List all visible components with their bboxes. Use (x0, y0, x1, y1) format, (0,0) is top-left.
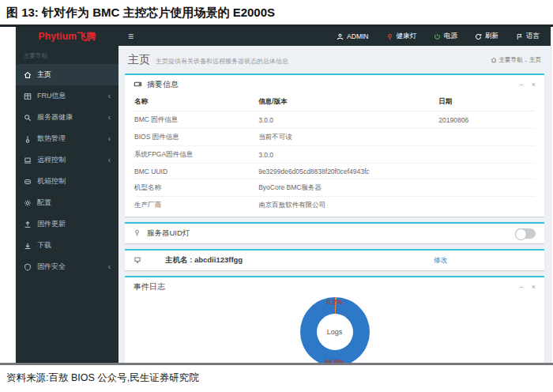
breadcrumb-separator: - (525, 57, 528, 64)
chevron-left-icon: ‹ (108, 262, 111, 271)
event-log-title: 事件日志 (134, 281, 165, 292)
monitor-icon (134, 256, 141, 266)
uid-bulb-icon (134, 229, 141, 238)
hostname-panel: 主机名 : abcdii123ffgg 修改 (125, 249, 544, 270)
navbar-right: ADMIN 健康灯 电源 刷新 语言 (337, 32, 551, 41)
sidebar-item-thermal-management[interactable]: 散热管理 ‹ (16, 128, 118, 149)
navbar-item-health-light[interactable]: 健康灯 (386, 32, 417, 41)
minimize-icon[interactable]: − (519, 283, 523, 291)
cell-name: 生产厂商 (134, 197, 258, 214)
top-navbar: Phytium飞腾 ≡ ADMIN 健康灯 电源 刷新 (16, 27, 551, 46)
cell-value: 3.0.0 (258, 111, 438, 129)
language-icon (516, 33, 523, 40)
cell-name: BIOS 固件信息 (134, 129, 258, 146)
sidebar-item-label: 固件安全 (37, 262, 66, 272)
hostname-label: 主机名 : abcdii123ffgg (165, 255, 243, 266)
cell-date (438, 146, 535, 164)
sidebar-item-label: 远程控制 (37, 155, 66, 165)
uid-light-toggle[interactable] (515, 228, 536, 239)
figure: 图 13: 针对作为 BMC 主控芯片使用场景的 E2000S Phytium飞… (0, 0, 553, 391)
breadcrumb: 主要导航 - 主页 (491, 56, 542, 64)
chevron-left-icon: ‹ (108, 92, 111, 100)
summary-panel: 摘要信息 − × 名称 信息/版本 日期 (125, 74, 544, 217)
sidebar-item-configuration[interactable]: 配置 (16, 192, 118, 213)
sidebar-item-remote-control[interactable]: 远程控制 ‹ (16, 149, 118, 171)
used-percent-label: 0.2% (300, 298, 370, 306)
event-log-donut-chart: Logs 0.2% 99.8% (300, 297, 370, 363)
page-subtitle: 主页提供有关设备和远程服务器状态的总体信息 (156, 57, 288, 66)
cell-date (438, 129, 535, 146)
cell-value: 3.0.0 (258, 146, 438, 164)
column-header: 日期 (438, 94, 535, 111)
shield-icon (24, 263, 32, 271)
sidebar-item-label: 固件更新 (37, 219, 66, 229)
bmc-ui-screenshot: Phytium飞腾 ≡ ADMIN 健康灯 电源 刷新 (16, 27, 551, 363)
navbar-item-power[interactable]: 电源 (434, 32, 457, 41)
breadcrumb-current: 主页 (529, 56, 541, 64)
laptop-icon (24, 156, 32, 164)
chassis-icon (24, 178, 32, 186)
breadcrumb-root[interactable]: 主要导航 (499, 56, 523, 64)
storage-icon (134, 80, 142, 90)
hostname-edit-link[interactable]: 修改 (434, 256, 447, 266)
summary-panel-header: 摘要信息 − × (125, 75, 544, 94)
home-icon (24, 71, 32, 79)
cell-value: 南京百敖软件有限公司 (258, 197, 438, 214)
sidebar-item-firmware-update[interactable]: 固件更新 (16, 213, 118, 235)
panel-tools: − × (519, 283, 536, 291)
cell-date (438, 197, 535, 214)
sidebar-item-fru-info[interactable]: FRU信息 ‹ (16, 85, 118, 107)
table-row: BMC 固件信息 3.0.0 20190806 (134, 111, 535, 129)
event-log-panel: 事件日志 − × Logs 0.2% 99.8% (125, 276, 544, 363)
minimize-icon[interactable]: − (519, 81, 523, 89)
uid-light-panel: 服务器UID灯 (125, 222, 544, 243)
table-row: BIOS 固件信息 当前不可读 (134, 129, 535, 146)
sidebar-item-chassis-control[interactable]: 机箱控制 (16, 171, 118, 192)
sidebar-item-firmware-security[interactable]: 固件安全 ‹ (16, 256, 118, 277)
cell-date: 20190806 (438, 111, 535, 129)
navbar-item-label: 刷新 (485, 32, 498, 41)
navbar-item-admin[interactable]: ADMIN (337, 32, 368, 40)
thermometer-icon (24, 135, 32, 143)
sidebar-item-server-health[interactable]: 服务器健康 ‹ (16, 107, 118, 128)
menu-icon[interactable]: ≡ (118, 31, 143, 42)
navbar-item-label: 电源 (444, 32, 457, 41)
uid-light-label: 服务器UID灯 (147, 228, 190, 239)
sidebar-item-label: 散热管理 (37, 134, 66, 144)
table-icon (24, 92, 32, 100)
cell-name: BMC UUID (134, 164, 258, 179)
table-row: BMC UUID 9e3299de6d05cd8838f20f0cef4943f… (134, 164, 535, 179)
main-content: 主页 主页提供有关设备和远程服务器状态的总体信息 主要导航 - 主页 摘要信息 (118, 46, 551, 363)
user-icon (337, 33, 344, 40)
table-row: 生产厂商 南京百敖软件有限公司 (134, 197, 535, 214)
sidebar-item-download[interactable]: 下载 (16, 235, 118, 256)
sidebar-item-label: 配置 (37, 198, 51, 208)
navbar-item-language[interactable]: 语言 (516, 32, 540, 41)
page-title: 主页 (128, 53, 150, 67)
navbar-item-label: ADMIN (347, 32, 368, 40)
home-icon (491, 57, 497, 63)
panel-tools: − × (519, 81, 536, 89)
navbar-item-label: 语言 (526, 32, 540, 41)
summary-panel-title: 摘要信息 (147, 79, 179, 90)
brand-logo[interactable]: Phytium飞腾 (16, 30, 118, 43)
close-icon[interactable]: × (532, 81, 536, 89)
column-header: 信息/版本 (258, 94, 438, 111)
sidebar-item-label: 服务器健康 (37, 112, 73, 122)
column-header: 名称 (134, 94, 258, 111)
free-percent-label: 99.8% (300, 358, 370, 363)
event-log-header: 事件日志 − × (125, 277, 544, 296)
navbar-item-refresh[interactable]: 刷新 (475, 32, 498, 41)
cell-value: 当前不可读 (258, 129, 438, 146)
gear-icon (24, 199, 32, 207)
figure-title: 图 13: 针对作为 BMC 主控芯片使用场景的 E2000S (0, 0, 553, 24)
page-header: 主页 主页提供有关设备和远程服务器状态的总体信息 主要导航 - 主页 (125, 51, 544, 74)
sidebar-item-home[interactable]: 主页 (16, 64, 118, 85)
refresh-icon (475, 33, 482, 40)
table-row: 系统FPGA固件信息 3.0.0 (134, 146, 535, 164)
download-icon (24, 242, 32, 250)
close-icon[interactable]: × (532, 283, 536, 291)
cell-name: 系统FPGA固件信息 (134, 146, 258, 164)
cell-name: BMC 固件信息 (134, 111, 258, 129)
summary-table: 名称 信息/版本 日期 BMC 固件信息 3.0.0 20190806 (134, 94, 535, 213)
